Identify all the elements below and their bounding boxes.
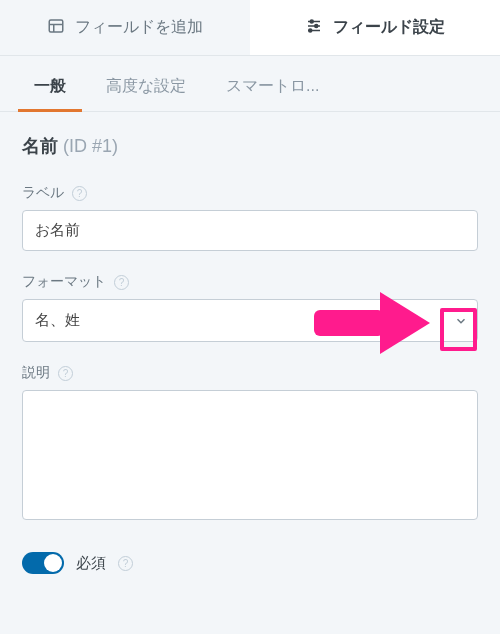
label-row: ラベル ? — [22, 184, 478, 251]
subtab-advanced[interactable]: 高度な設定 — [90, 64, 202, 111]
format-row: フォーマット ? 名、姓 — [22, 273, 478, 342]
svg-rect-0 — [49, 20, 63, 32]
tab-add-field[interactable]: フィールドを追加 — [0, 0, 250, 55]
tab-field-settings[interactable]: フィールド設定 — [250, 0, 500, 55]
svg-point-4 — [310, 20, 313, 23]
description-row: 説明 ? — [22, 364, 478, 524]
content-area: 名前 (ID #1) ラベル ? フォーマット ? 名、姓 説明 ? — [0, 112, 500, 574]
required-row: 必須 ? — [22, 546, 478, 574]
required-label: 必須 — [76, 554, 106, 573]
format-caption: フォーマット — [22, 273, 106, 291]
field-title: 名前 (ID #1) — [22, 134, 478, 158]
sub-tabs: 一般 高度な設定 スマートロ... — [0, 56, 500, 112]
format-select[interactable]: 名、姓 — [22, 299, 478, 342]
help-icon[interactable]: ? — [72, 186, 87, 201]
field-id: (ID #1) — [63, 136, 118, 156]
svg-point-8 — [309, 29, 312, 32]
help-icon[interactable]: ? — [114, 275, 129, 290]
label-input[interactable] — [22, 210, 478, 251]
description-caption: 説明 — [22, 364, 50, 382]
top-tabs: フィールドを追加 フィールド設定 — [0, 0, 500, 56]
required-toggle[interactable] — [22, 552, 64, 574]
settings-icon — [305, 17, 323, 39]
subtab-smart-logic[interactable]: スマートロ... — [210, 64, 335, 111]
field-name: 名前 — [22, 136, 58, 156]
add-field-icon — [47, 17, 65, 39]
subtab-general[interactable]: 一般 — [18, 64, 82, 111]
label-caption: ラベル — [22, 184, 64, 202]
description-input[interactable] — [22, 390, 478, 520]
help-icon[interactable]: ? — [58, 366, 73, 381]
tab-add-field-label: フィールドを追加 — [75, 17, 203, 38]
help-icon[interactable]: ? — [118, 556, 133, 571]
svg-point-6 — [315, 24, 318, 27]
tab-field-settings-label: フィールド設定 — [333, 17, 445, 38]
